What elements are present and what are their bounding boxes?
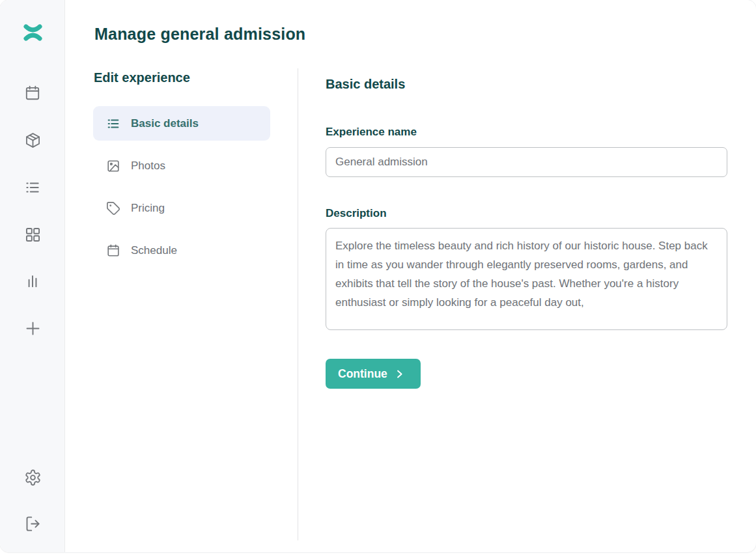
- experience-nav: Basic details Photos Pricing: [93, 106, 270, 275]
- nav-item-label: Basic details: [131, 117, 199, 130]
- nav-item-label: Photos: [131, 160, 165, 173]
- nav-item-pricing[interactable]: Pricing: [93, 191, 270, 225]
- nav-item-basic-details[interactable]: Basic details: [93, 106, 270, 141]
- vertical-divider: [298, 68, 298, 540]
- form-heading: Basic details: [326, 77, 405, 92]
- list-icon: [106, 117, 120, 131]
- brand-logo-icon[interactable]: [0, 23, 65, 42]
- app-window: Manage general admission Edit experience…: [0, 0, 756, 552]
- nav-item-schedule[interactable]: Schedule: [93, 233, 270, 268]
- image-icon: [106, 159, 120, 173]
- experience-name-input[interactable]: [326, 147, 727, 177]
- calendar-icon[interactable]: [0, 85, 65, 102]
- continue-button-label: Continue: [338, 367, 387, 381]
- chevron-right-icon: [395, 369, 404, 379]
- nav-item-photos[interactable]: Photos: [93, 148, 270, 183]
- edit-experience-heading: Edit experience: [94, 70, 190, 85]
- description-textarea[interactable]: Explore the timeless beauty and rich his…: [326, 228, 727, 330]
- page-title: Manage general admission: [94, 25, 305, 44]
- package-icon[interactable]: [0, 132, 65, 149]
- grid-icon[interactable]: [0, 226, 65, 244]
- plus-icon[interactable]: [0, 320, 65, 337]
- sidebar: [0, 0, 65, 552]
- calendar-icon: [106, 244, 120, 258]
- bar-chart-icon[interactable]: [0, 273, 65, 290]
- experience-name-label: Experience name: [326, 126, 417, 139]
- tag-icon: [106, 201, 120, 216]
- nav-item-label: Pricing: [131, 202, 165, 215]
- list-icon[interactable]: [0, 179, 65, 196]
- nav-item-label: Schedule: [131, 244, 177, 257]
- settings-gear-icon[interactable]: [0, 469, 65, 486]
- description-label: Description: [326, 207, 387, 220]
- continue-button[interactable]: Continue: [326, 359, 421, 389]
- logout-icon[interactable]: [0, 515, 65, 533]
